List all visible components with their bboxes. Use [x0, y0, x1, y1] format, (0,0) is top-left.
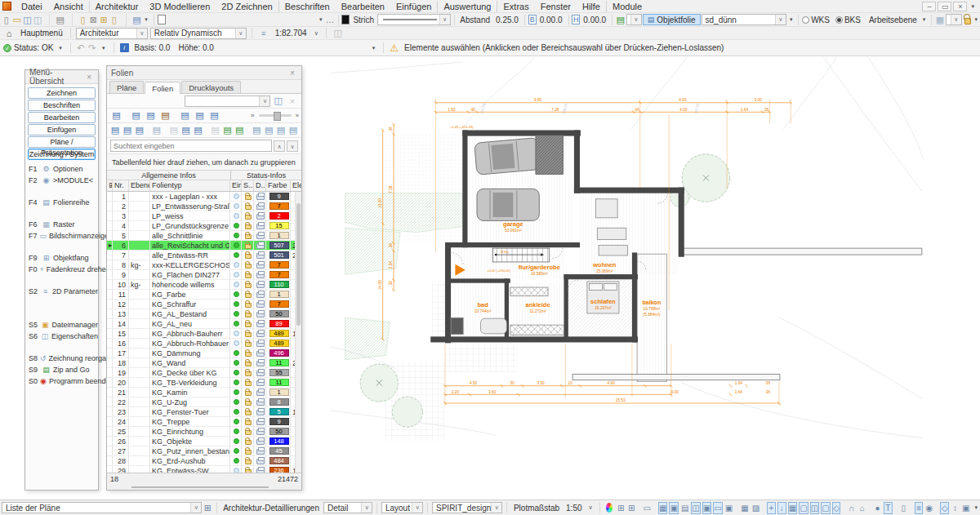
layer-color-cell[interactable]: 110 — [266, 280, 291, 289]
layer-color-cell[interactable]: 7 — [266, 270, 291, 279]
layer-row[interactable]: 26 KG_Objekte 148 — [107, 437, 301, 446]
layer-color-cell[interactable]: 9 — [266, 417, 291, 426]
layer-visibility-toggle[interactable] — [230, 339, 242, 348]
layer-print-toggle[interactable] — [254, 456, 266, 465]
save-scale-icon[interactable]: ◫ — [332, 27, 345, 39]
layer-print-toggle[interactable] — [254, 300, 266, 309]
layer-visibility-toggle[interactable] — [230, 397, 242, 406]
layer-tool-icon[interactable]: ▤ — [144, 109, 158, 122]
delete-filter-icon[interactable]: × — [286, 95, 299, 107]
h-value[interactable]: 0.00.0 — [581, 16, 608, 24]
arbeitsebene-label[interactable]: Arbeitsebene — [866, 16, 920, 24]
layer-row[interactable]: 3 LP_weiss 2 — [107, 211, 301, 221]
layer-name[interactable]: KG_Schraffur — [150, 300, 230, 309]
view-tool-icon[interactable]: ∩ — [847, 502, 856, 514]
header-group-status[interactable]: Status-Infos — [230, 171, 301, 180]
menu-item[interactable]: Architektur — [90, 1, 145, 12]
layer-tool-icon[interactable]: ▤ — [263, 124, 274, 136]
layer-visibility-toggle[interactable] — [230, 437, 242, 446]
layers-icon[interactable]: ▤ — [616, 14, 626, 26]
layers-tab[interactable]: Pläne — [109, 81, 144, 93]
overflow-chevron[interactable]: » — [251, 112, 254, 119]
layer-color-cell[interactable]: 45 — [266, 446, 291, 455]
layer-visibility-toggle[interactable] — [230, 466, 242, 473]
home-icon[interactable]: ⌂ — [2, 27, 16, 39]
menu-function-item[interactable]: S9 ▤ Zip and Go — [29, 364, 98, 375]
layer-row[interactable]: 18 KG_Wand 11 2 — [107, 358, 301, 368]
layer-print-toggle[interactable] — [254, 368, 266, 377]
menu-item[interactable]: 3D Modellieren — [144, 1, 216, 12]
menu-function-item[interactable]: S8 ↺ Zeichnung reorganisi... — [29, 353, 98, 364]
layer-row[interactable]: 2 LP_Entwässerung-Straße 7 — [107, 202, 301, 211]
layer-color-cell[interactable]: 89 — [266, 319, 291, 328]
layer-tool-icon[interactable]: ▤ — [287, 124, 299, 136]
pen-color-swatch[interactable] — [341, 15, 350, 24]
layer-lock-toggle[interactable] — [242, 368, 254, 377]
layer-name[interactable]: xxx-KELLERGESCHOSS-xxx — [150, 260, 230, 269]
view-tool-icon[interactable]: ▢ — [821, 502, 830, 514]
view-tool-icon[interactable]: ↓ — [777, 502, 786, 514]
menu-function-item[interactable]: F9 ⊞ Objektfang — [29, 252, 98, 264]
wks-radio[interactable]: WKS — [802, 16, 830, 24]
layer-filter-select[interactable]: ∨ — [185, 95, 270, 107]
layer-row[interactable]: 10 kg- höhencode willems 110 — [107, 280, 301, 290]
menu-item[interactable]: Module — [607, 1, 648, 12]
layer-color-cell[interactable]: 50 — [266, 309, 291, 318]
plot-scale-value[interactable]: 1:50 — [564, 504, 584, 513]
layer-lock-toggle[interactable] — [242, 427, 254, 436]
color-dropdown-arrow[interactable]: ▾ — [317, 16, 325, 23]
view-tool-icon[interactable]: ≡ — [915, 502, 924, 514]
layer-visibility-toggle[interactable] — [230, 280, 242, 289]
view-tool-icon[interactable]: ◇ — [832, 502, 841, 514]
snap-mode-select[interactable]: Relativ Dynamisch∨ — [150, 28, 247, 39]
view-tool-icon[interactable]: ⊞ — [627, 502, 636, 514]
layer-name[interactable]: alle_Entwäss-RR — [150, 251, 230, 260]
layer-print-toggle[interactable] — [254, 378, 266, 387]
close-button[interactable]: × — [953, 2, 967, 11]
layer-visibility-toggle[interactable] — [230, 329, 242, 338]
layer-color-cell[interactable]: 1 — [266, 290, 291, 299]
layer-row[interactable]: 11 KG_Farbe 1 — [107, 290, 301, 300]
table-vertical-scrollbar[interactable] — [295, 192, 301, 473]
layer-visibility-toggle[interactable] — [230, 407, 242, 416]
menu-function-item[interactable]: S5 ▣ Dateimanager — [29, 319, 98, 331]
layer-tool-icon[interactable]: ▤ — [109, 109, 123, 122]
menu-category-button[interactable]: Einfügen — [28, 124, 96, 135]
layout-select[interactable]: Layout∨ — [381, 502, 423, 513]
layer-row[interactable]: 15 KG_Abbruch-Bauherr 489 1 — [107, 329, 301, 339]
layer-lock-toggle[interactable] — [242, 349, 254, 357]
folie-options-arrow[interactable]: ▾ — [787, 16, 795, 23]
layer-name[interactable]: KG_Dämmung — [150, 349, 230, 357]
h-button[interactable]: H — [572, 15, 580, 24]
view-tool-icon[interactable]: ↕ — [951, 502, 960, 514]
layer-print-toggle[interactable] — [254, 231, 266, 240]
layer-mode-select[interactable]: ∨ — [626, 14, 642, 25]
layer-color-cell[interactable]: 148 — [266, 437, 291, 446]
detail-select[interactable]: Detail∨ — [323, 502, 372, 513]
layer-color-cell[interactable]: 489 — [266, 329, 291, 338]
view-tool-icon[interactable]: T — [884, 502, 893, 514]
view-tool-icon[interactable]: ▣ — [702, 502, 711, 514]
layer-visibility-toggle[interactable] — [230, 300, 242, 309]
print-icon[interactable]: ▤ — [49, 14, 65, 26]
menu-function-item[interactable]: F6 ▦ Raster — [29, 219, 98, 230]
layer-print-toggle[interactable] — [254, 260, 266, 269]
layer-tool-icon[interactable]: ▤ — [158, 109, 172, 122]
layer-color-cell[interactable]: 15 — [266, 221, 291, 230]
header-group-general[interactable]: Allgemeine Infos — [107, 171, 230, 180]
layer-row[interactable]: 28 KG_Erd-Aushub 484 — [107, 456, 301, 466]
new-document-icon[interactable]: ▯ — [2, 14, 11, 26]
layer-visibility-toggle[interactable] — [230, 241, 242, 250]
layer-tool-icon[interactable]: ▤ — [122, 124, 133, 136]
view-tool-icon[interactable]: ▨ — [751, 502, 760, 514]
layer-print-toggle[interactable] — [254, 437, 266, 446]
redo-icon[interactable]: ↷ — [88, 42, 96, 54]
layer-color-cell[interactable]: 7 — [266, 260, 291, 269]
layer-print-toggle[interactable] — [254, 290, 266, 299]
transparency-slider[interactable] — [259, 114, 292, 117]
header-ein[interactable]: Ein — [230, 180, 242, 191]
layer-lock-toggle[interactable] — [242, 466, 254, 473]
undo-icon[interactable]: ↶ — [77, 42, 85, 54]
close-icon[interactable]: × — [85, 73, 94, 82]
view-tool-icon[interactable]: ▦ — [658, 502, 667, 514]
